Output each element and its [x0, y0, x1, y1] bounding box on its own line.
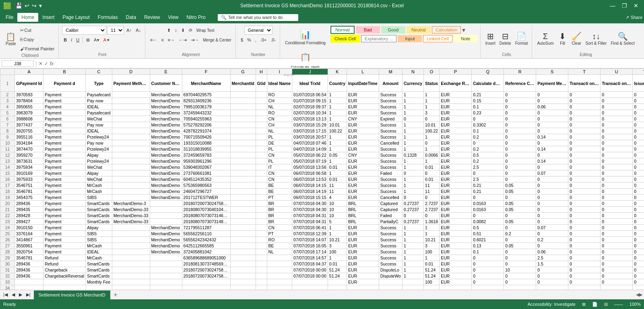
cell[interactable]	[230, 134, 256, 140]
cell[interactable]	[230, 261, 256, 267]
cell[interactable]: CNY	[347, 116, 379, 122]
cell[interactable]: 3	[328, 243, 347, 249]
cell[interactable]: 697044029575	[182, 92, 230, 98]
cell[interactable]: 0	[633, 237, 644, 243]
cell[interactable]: BRL	[347, 213, 379, 219]
cell[interactable]	[230, 176, 256, 182]
cell[interactable]	[256, 285, 267, 290]
cell[interactable]	[112, 225, 150, 231]
cell[interactable]: 0	[633, 98, 644, 104]
cell[interactable]: EUR	[440, 225, 472, 231]
cell[interactable]	[230, 207, 256, 213]
cell[interactable]: Payment	[43, 195, 86, 201]
cell[interactable]: 0	[633, 249, 644, 255]
cell[interactable]: 1	[424, 134, 440, 140]
style-neutral[interactable]: Neutral	[407, 26, 431, 33]
cell[interactable]	[256, 213, 267, 219]
cell[interactable]: 10.21	[424, 237, 440, 243]
cell[interactable]	[256, 261, 267, 267]
cell[interactable]: 06/07/2018 13:53	[292, 176, 328, 182]
cell[interactable]: 0	[633, 213, 644, 219]
cell[interactable]: BRL	[347, 201, 379, 207]
cell[interactable]	[256, 164, 267, 170]
cell[interactable]: 10	[328, 213, 347, 219]
cell[interactable]: 3959270	[15, 152, 43, 158]
cell[interactable]: 1	[328, 104, 347, 110]
tab-scroll-prev[interactable]: ◀	[10, 290, 17, 299]
cell[interactable]	[256, 207, 267, 213]
cell[interactable]: Payment	[43, 189, 86, 195]
cell[interactable]: EUR	[440, 219, 472, 225]
cell[interactable]: 0	[601, 146, 633, 152]
maximize-button[interactable]: ❐	[619, 0, 630, 11]
cell[interactable]: EUR	[440, 140, 472, 146]
cell[interactable]: 0	[568, 146, 601, 152]
cell[interactable]: Pay now	[86, 140, 112, 146]
cell[interactable]: EUR	[347, 273, 379, 279]
cell[interactable]: 02/07/2018 13:13	[292, 116, 328, 122]
cell[interactable]: 1	[402, 110, 423, 116]
cell[interactable]: 3546751	[15, 182, 43, 189]
cell[interactable]: 0	[601, 104, 633, 110]
cell[interactable]: 51.24	[328, 267, 347, 273]
cell[interactable]: 0.0163	[472, 207, 504, 213]
cell[interactable]: 0.01	[328, 176, 347, 182]
cell[interactable]: 721795511287	[182, 225, 230, 231]
header-Gtid[interactable]: Gtid	[256, 75, 267, 92]
cell[interactable]: 273760661081	[182, 170, 230, 176]
cell[interactable]	[230, 164, 256, 170]
cell[interactable]: MerchantDemo	[150, 140, 182, 146]
cell[interactable]	[230, 285, 256, 290]
header-IdealTrxId[interactable]: Ideal TrxId	[292, 75, 328, 92]
cell[interactable]: 3874470	[15, 146, 43, 152]
cell[interactable]: 289428	[15, 213, 43, 219]
cell[interactable]: Payment	[43, 134, 86, 140]
cell[interactable]: 0	[568, 122, 601, 128]
cell[interactable]	[86, 285, 112, 290]
cell[interactable]: 0	[504, 92, 536, 98]
cell[interactable]: 51.24	[328, 273, 347, 279]
cell[interactable]: Success	[379, 152, 402, 158]
cell[interactable]: EUR	[347, 231, 379, 237]
cell[interactable]: 0	[472, 170, 504, 176]
cell[interactable]: 1	[402, 273, 423, 279]
cell[interactable]: EUR	[347, 249, 379, 255]
header-Status[interactable]: Status	[424, 75, 440, 92]
cell[interactable]: 0	[633, 182, 644, 189]
cell[interactable]: MerchantDemo	[150, 243, 182, 249]
cell[interactable]: RO	[267, 110, 292, 116]
cell[interactable]: 0	[601, 279, 633, 285]
cell[interactable]	[256, 152, 267, 158]
cell[interactable]: 0	[633, 219, 644, 225]
format-painter-button[interactable]: 🖌 Format Painter	[19, 44, 56, 53]
cell[interactable]: Alipay	[86, 152, 112, 158]
style-note[interactable]: Note	[454, 35, 478, 42]
cell[interactable]: 1	[402, 134, 423, 140]
cell[interactable]	[504, 285, 536, 290]
cell[interactable]: 0.2	[472, 146, 504, 152]
cell[interactable]: 04/07/2018 07:46	[292, 140, 328, 146]
cell[interactable]: MerchantDemo-33	[112, 213, 150, 219]
cell[interactable]: Success	[379, 237, 402, 243]
cell[interactable]: EUR	[440, 92, 472, 98]
cell[interactable]: 0	[601, 249, 633, 255]
cell[interactable]: 1	[402, 249, 423, 255]
cell[interactable]: EUR	[440, 164, 472, 170]
cell[interactable]	[150, 267, 182, 273]
cell[interactable]	[256, 176, 267, 182]
cell[interactable]	[150, 213, 182, 219]
cell[interactable]: 0	[601, 273, 633, 279]
cell[interactable]: Payment	[43, 146, 86, 152]
cell[interactable]: EUR	[347, 122, 379, 128]
cell[interactable]: 0	[568, 170, 601, 176]
cell[interactable]: 100	[328, 249, 347, 255]
confirm-formula-icon[interactable]: ✓	[44, 61, 48, 66]
cell[interactable]	[256, 128, 267, 134]
cell[interactable]: EUR	[347, 170, 379, 176]
cell[interactable]: 5	[328, 219, 347, 225]
cell[interactable]	[112, 98, 150, 104]
cell[interactable]: SmartCards	[86, 201, 112, 207]
cell[interactable]: Success	[379, 176, 402, 182]
cell[interactable]: 10.01	[328, 122, 347, 128]
menu-view[interactable]: View	[164, 13, 183, 22]
